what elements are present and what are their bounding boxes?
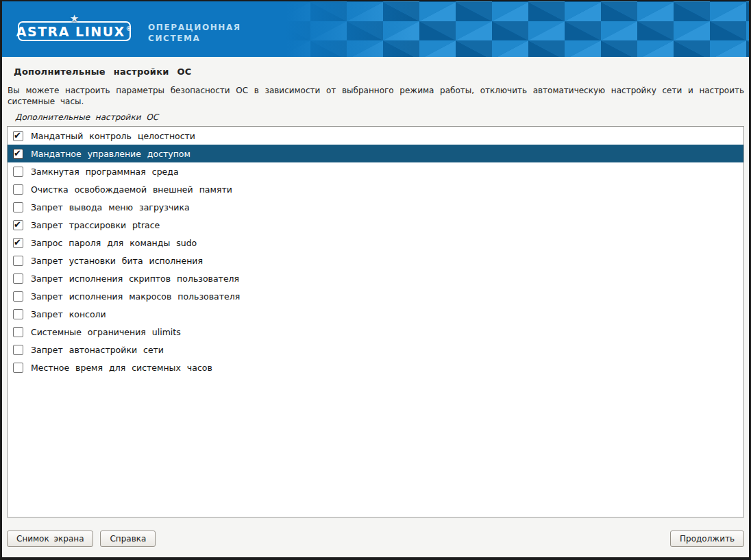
option-label: Системные ограничения ulimits	[31, 327, 181, 337]
checkbox-icon[interactable]	[13, 273, 23, 284]
option-row[interactable]: Запрет автонастройки сети	[8, 341, 743, 358]
option-label: Запрет установки бита исполнения	[31, 256, 203, 266]
option-label: Замкнутая программная среда	[31, 167, 179, 177]
option-label: Запрет исполнения скриптов пользователя	[31, 273, 239, 284]
registered-mark: ®	[126, 26, 133, 32]
main-content: Дополнительные настройки ОС Вы можете на…	[2, 57, 749, 557]
org-line1: ОПЕРАЦИОННАЯ	[148, 22, 241, 33]
option-label: Запрос пароля для команды sudo	[31, 238, 197, 248]
checkbox-icon[interactable]	[13, 131, 23, 141]
checkbox-icon[interactable]	[13, 238, 23, 248]
option-row[interactable]: Запрет исполнения макросов пользователя	[8, 287, 743, 305]
option-row[interactable]: Запрет исполнения скриптов пользователя	[8, 269, 743, 287]
checkbox-icon[interactable]	[13, 309, 23, 319]
checkbox-icon[interactable]	[13, 220, 23, 230]
option-row[interactable]: Запрет трассировки ptrace	[8, 216, 743, 234]
options-list[interactable]: Мандатный контроль целостности Мандатное…	[7, 126, 744, 518]
checkbox-icon[interactable]	[13, 291, 23, 302]
installer-window: ★ ASTRA LINUX® ОПЕРАЦИОННАЯ СИСТЕМА Допо…	[2, 1, 749, 557]
options-list-caption: Дополнительные настройки ОС	[15, 112, 744, 122]
option-row[interactable]: Местное время для системных часов	[8, 358, 743, 376]
option-row[interactable]: Запрос пароля для команды sudo	[8, 234, 743, 252]
header-banner: ★ ASTRA LINUX® ОПЕРАЦИОННАЯ СИСТЕМА	[2, 1, 749, 57]
operating-system-caption: ОПЕРАЦИОННАЯ СИСТЕМА	[148, 22, 241, 44]
continue-button[interactable]: Продолжить	[670, 531, 744, 547]
option-label: Мандатный контроль целостности	[31, 131, 195, 141]
option-row[interactable]: Замкнутая программная среда	[8, 162, 743, 180]
checkbox-icon[interactable]	[13, 363, 23, 373]
option-row[interactable]: Мандатный контроль целостности	[8, 127, 743, 145]
astra-linux-logo: ★ ASTRA LINUX®	[18, 21, 131, 41]
logo-text: ASTRA LINUX®	[16, 24, 132, 39]
option-label: Местное время для системных часов	[31, 363, 212, 373]
option-row[interactable]: Системные ограничения ulimits	[8, 323, 743, 341]
option-label: Запрет вывода меню загрузчика	[31, 202, 190, 212]
star-icon: ★	[70, 14, 79, 24]
page-description: Вы можете настроить параметры безопаснос…	[8, 85, 744, 107]
footer-bar: Снимок экрана Справка Продолжить	[7, 531, 744, 547]
description-line: Вы можете настроить параметры безопаснос…	[8, 85, 744, 96]
page-title: Дополнительные настройки ОС	[14, 66, 744, 77]
option-label: Запрет консоли	[31, 309, 106, 319]
checkbox-icon[interactable]	[13, 167, 23, 177]
option-row[interactable]: Мандатное управление доступом	[8, 145, 743, 162]
option-row[interactable]: Запрет установки бита исполнения	[8, 252, 743, 269]
org-line2: СИСТЕМА	[148, 33, 241, 44]
option-label: Очистка освобождаемой внешней памяти	[31, 184, 232, 195]
checkbox-icon[interactable]	[13, 327, 23, 337]
option-label: Запрет автонастройки сети	[31, 345, 164, 355]
checkbox-icon[interactable]	[13, 149, 23, 159]
option-row[interactable]: Запрет вывода меню загрузчика	[8, 198, 743, 216]
checkbox-icon[interactable]	[13, 345, 23, 355]
description-line: системные часы.	[8, 96, 744, 107]
option-row[interactable]: Очистка освобождаемой внешней памяти	[8, 180, 743, 198]
screenshot-button[interactable]: Снимок экрана	[7, 531, 93, 547]
option-label: Мандатное управление доступом	[31, 149, 190, 159]
checkbox-icon[interactable]	[13, 184, 23, 195]
option-label: Запрет трассировки ptrace	[31, 220, 160, 230]
checkbox-icon[interactable]	[13, 256, 23, 266]
checkbox-icon[interactable]	[13, 202, 23, 212]
option-row[interactable]: Запрет консоли	[8, 305, 743, 323]
option-label: Запрет исполнения макросов пользователя	[31, 291, 240, 302]
window-frame: ★ ASTRA LINUX® ОПЕРАЦИОННАЯ СИСТЕМА Допо…	[0, 0, 751, 560]
help-button[interactable]: Справка	[100, 531, 156, 547]
